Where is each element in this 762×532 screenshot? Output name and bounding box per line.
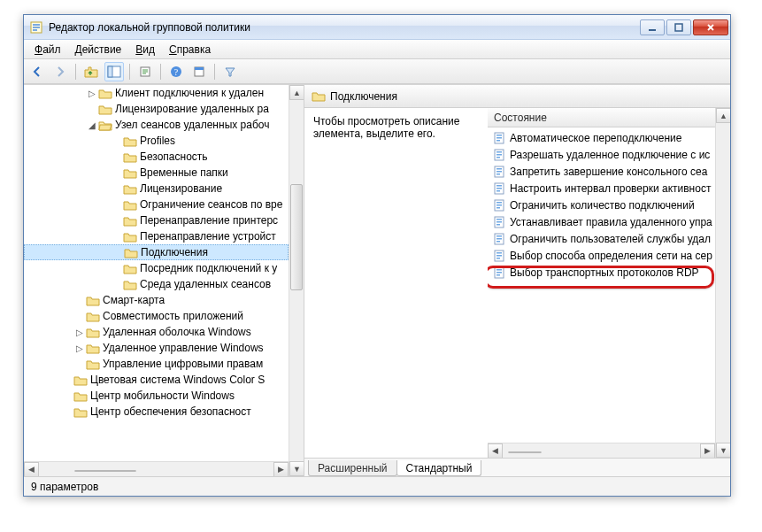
tree-node[interactable]: Смарт-карта [24,292,289,308]
list-vertical-scrollbar[interactable]: ▲ ▼ [715,108,730,458]
properties-button[interactable] [189,62,209,81]
svg-rect-16 [496,140,500,142]
folder-icon [124,246,138,258]
tree-node[interactable]: Лицензирование [24,181,289,197]
svg-rect-44 [496,258,500,259]
toolbar-separator [129,64,130,80]
folder-icon [73,389,88,402]
menu-view[interactable]: Вид [128,41,162,58]
policy-item[interactable]: Выбор транспортных протоколов RDP [488,264,715,281]
tree-node[interactable]: ▷Клиент подключения к удален [24,85,289,101]
tree-node[interactable]: Лицензирование удаленных ра [24,101,289,117]
svg-rect-18 [496,151,502,153]
svg-rect-27 [496,188,502,189]
svg-rect-12 [195,67,204,70]
svg-rect-3 [33,29,37,31]
tree-node[interactable]: Ограничение сеансов по вре [24,197,289,212]
scroll-right-button[interactable]: ▶ [700,443,715,459]
tree-node[interactable]: Перенаправление устройст [24,228,289,244]
policy-item[interactable]: Выбор способа определения сети на сер [488,247,715,264]
folder-icon [86,358,100,370]
tree-node[interactable]: Безопасность [24,149,289,165]
policy-label: Выбор способа определения сети на сер [510,250,712,262]
column-header-state[interactable]: Состояние [488,108,715,127]
folder-icon [73,405,88,418]
help-button[interactable]: ? [166,62,186,81]
folder-icon [123,230,137,243]
show-hide-tree-button[interactable] [104,62,124,81]
svg-rect-46 [496,269,502,271]
scroll-up-button[interactable]: ▲ [289,85,304,100]
policy-label: Ограничить количество подключений [510,199,695,212]
policy-tree[interactable]: ▷Клиент подключения к удален Лицензирова… [24,85,289,461]
folder-open-icon [98,119,112,131]
scroll-thumb[interactable] [74,470,136,472]
tab-extended[interactable]: Расширенный [308,460,397,476]
scroll-down-button[interactable]: ▼ [716,443,730,458]
scroll-left-button[interactable]: ◀ [488,443,503,459]
policy-icon [492,198,506,212]
svg-rect-43 [496,255,502,257]
tab-standard[interactable]: Стандартный [396,460,482,476]
tree-node[interactable]: Центр обеспечения безопасност [24,404,289,420]
svg-rect-28 [496,190,500,192]
maximize-button[interactable] [666,19,691,35]
folder-icon [73,374,88,386]
tree-node[interactable]: Посредник подключений к у [24,260,289,276]
filter-button[interactable] [220,62,240,81]
up-button[interactable] [81,62,101,81]
policy-item[interactable]: Ограничить количество подключений [488,197,715,213]
scroll-down-button[interactable]: ▼ [289,461,304,476]
nav-forward-button[interactable] [50,62,70,81]
svg-rect-34 [496,219,502,220]
tree-node[interactable]: Среда удаленных сеансов [24,276,289,292]
scroll-up-button[interactable]: ▲ [716,108,730,123]
view-tabs: Расширенный Стандартный [304,458,730,476]
menu-help[interactable]: Справка [162,41,218,58]
tree-node[interactable]: Перенаправление принтерс [24,212,289,228]
tree-horizontal-scrollbar[interactable]: ◀ ▶ [24,461,289,476]
policy-icon [492,181,506,196]
export-list-button[interactable] [135,62,155,81]
policy-item[interactable]: Разрешать удаленное подключение с ис [488,146,715,163]
menu-action[interactable]: Действие [68,41,129,58]
tree-vertical-scrollbar[interactable]: ▲ ▼ [289,85,304,476]
svg-rect-24 [496,173,500,175]
policy-item[interactable]: Устанавливает правила удаленного упра [488,213,715,230]
tree-node[interactable]: Цветовая система Windows Color S [24,372,289,388]
svg-rect-20 [496,157,500,158]
svg-rect-19 [496,154,502,156]
policy-label: Разрешать удаленное подключение с ис [510,149,710,161]
scroll-thumb[interactable] [290,184,303,290]
svg-text:?: ? [174,67,179,77]
policy-label: Выбор транспортных протоколов RDP [510,266,699,279]
toolbar-separator [75,64,76,80]
nav-back-button[interactable] [27,62,47,81]
policy-icon [492,249,506,263]
tree-node[interactable]: Временные папки [24,165,289,181]
tree-node[interactable]: Центр мобильности Windows [24,388,289,404]
tree-node[interactable]: ▷Удаленная оболочка Windows [24,324,289,340]
scroll-left-button[interactable]: ◀ [24,462,39,477]
tree-node[interactable]: Profiles [24,133,289,149]
minimize-button[interactable] [640,19,665,35]
status-text: 9 параметров [31,481,98,493]
tree-node[interactable]: Совместимость приложений [24,308,289,324]
folder-icon [123,166,137,179]
scroll-right-button[interactable]: ▶ [273,462,289,477]
close-button[interactable] [693,19,728,35]
folder-icon [123,182,137,195]
tree-node[interactable]: Управление цифровыми правам [24,356,289,372]
tree-node-selected[interactable]: Подключения [24,244,289,260]
policy-item[interactable]: Настроить интервал проверки активност [488,180,715,197]
menu-file[interactable]: Файл [27,41,68,58]
policy-item[interactable]: Автоматическое переподключение [488,129,715,146]
folder-icon [98,103,112,115]
list-horizontal-scrollbar[interactable]: ◀ ▶ [488,443,715,458]
svg-rect-38 [496,235,502,237]
scroll-thumb[interactable] [508,451,542,453]
policy-item[interactable]: Ограничить пользователей службы удал [488,230,715,247]
policy-item[interactable]: Запретить завершение консольного сеа [488,163,715,180]
tree-node[interactable]: ◢Узел сеансов удаленных рабоч [24,117,289,133]
tree-node[interactable]: ▷Удаленное управление Windows [24,340,289,356]
